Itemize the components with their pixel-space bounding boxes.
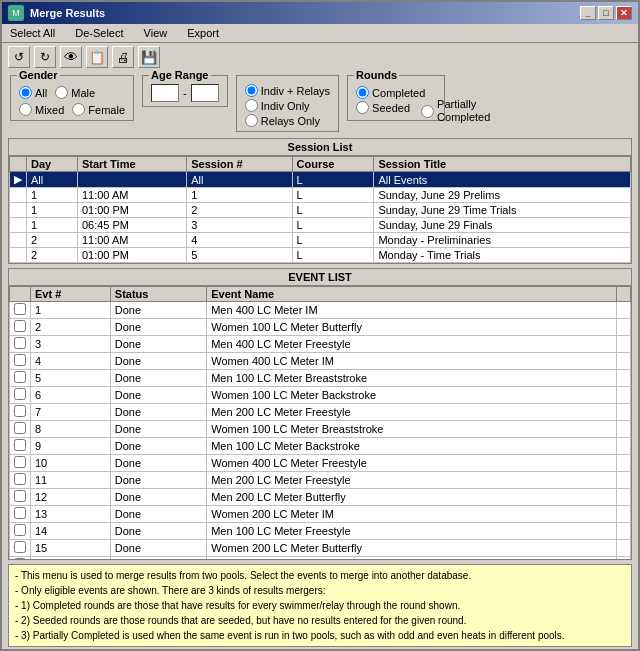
event-col-name[interactable]: Event Name bbox=[207, 287, 617, 302]
event-checkbox[interactable] bbox=[14, 473, 26, 485]
event-row[interactable]: 5 Done Men 100 LC Meter Breaststroke bbox=[10, 370, 631, 387]
session-col-day[interactable]: Day bbox=[27, 157, 78, 172]
session-row[interactable]: 1 06:45 PM 3 L Sunday, June 29 Finals bbox=[10, 218, 631, 233]
event-checkbox[interactable] bbox=[14, 422, 26, 434]
redo-button[interactable]: ↻ bbox=[34, 46, 56, 68]
event-row[interactable]: 7 Done Men 200 LC Meter Freestyle bbox=[10, 404, 631, 421]
session-row[interactable]: 2 11:00 AM 4 L Monday - Preliminaries bbox=[10, 233, 631, 248]
event-checkbox-cell[interactable] bbox=[10, 540, 31, 557]
event-checkbox[interactable] bbox=[14, 439, 26, 451]
gender-all[interactable]: All bbox=[19, 86, 47, 99]
session-table: Day Start Time Session # Course Session … bbox=[9, 156, 631, 263]
maximize-button[interactable]: □ bbox=[598, 6, 614, 20]
rounds-partially-completed[interactable]: Partially Completed bbox=[421, 98, 511, 124]
event-checkbox-cell[interactable] bbox=[10, 336, 31, 353]
gender-female[interactable]: Female bbox=[72, 103, 125, 116]
close-button[interactable]: ✕ bbox=[616, 6, 632, 20]
event-checkbox-cell[interactable] bbox=[10, 455, 31, 472]
menu-view[interactable]: View bbox=[140, 26, 172, 40]
session-start-time bbox=[77, 172, 186, 188]
event-checkbox-cell[interactable] bbox=[10, 404, 31, 421]
session-day: 1 bbox=[27, 188, 78, 203]
age-min-input[interactable] bbox=[151, 84, 179, 102]
event-spacer bbox=[617, 353, 631, 370]
session-col-session[interactable]: Session # bbox=[187, 157, 292, 172]
relay-indiv-relays[interactable]: Indiv + Relays bbox=[245, 84, 330, 97]
relay-relays-only[interactable]: Relays Only bbox=[245, 114, 320, 127]
menu-de-select[interactable]: De-Select bbox=[71, 26, 127, 40]
gender-mixed[interactable]: Mixed bbox=[19, 103, 64, 116]
event-checkbox[interactable] bbox=[14, 456, 26, 468]
event-checkbox-cell[interactable] bbox=[10, 472, 31, 489]
event-table-container[interactable]: Evt # Status Event Name 1 Done Men 400 L… bbox=[9, 286, 631, 559]
event-row[interactable]: 16 Done Men 200 LC Meter Breaststroke bbox=[10, 557, 631, 560]
event-row[interactable]: 13 Done Women 200 LC Meter IM bbox=[10, 506, 631, 523]
event-checkbox[interactable] bbox=[14, 507, 26, 519]
event-checkbox-cell[interactable] bbox=[10, 370, 31, 387]
event-checkbox[interactable] bbox=[14, 320, 26, 332]
session-list-section: Session List Day Start Time Session # Co… bbox=[8, 138, 632, 264]
gender-male[interactable]: Male bbox=[55, 86, 95, 99]
event-checkbox-cell[interactable] bbox=[10, 489, 31, 506]
rounds-seeded[interactable]: Seeded bbox=[356, 101, 410, 114]
age-max-input[interactable] bbox=[191, 84, 219, 102]
eye-button[interactable]: 👁 bbox=[60, 46, 82, 68]
row-arrow bbox=[10, 203, 27, 218]
menu-export[interactable]: Export bbox=[183, 26, 223, 40]
session-table-container[interactable]: Day Start Time Session # Course Session … bbox=[9, 156, 631, 263]
session-col-title[interactable]: Session Title bbox=[374, 157, 631, 172]
event-row[interactable]: 8 Done Women 100 LC Meter Breaststroke bbox=[10, 421, 631, 438]
relay-options-group: Indiv + Relays Indiv Only Relays Only bbox=[236, 75, 339, 132]
event-row[interactable]: 3 Done Men 400 LC Meter Freestyle bbox=[10, 336, 631, 353]
event-checkbox-cell[interactable] bbox=[10, 421, 31, 438]
event-checkbox-cell[interactable] bbox=[10, 557, 31, 560]
event-status: Done bbox=[110, 387, 206, 404]
session-row[interactable]: ▶ All All L All Events bbox=[10, 172, 631, 188]
print-button[interactable]: 🖨 bbox=[112, 46, 134, 68]
event-row[interactable]: 15 Done Women 200 LC Meter Butterfly bbox=[10, 540, 631, 557]
event-checkbox[interactable] bbox=[14, 303, 26, 315]
session-row[interactable]: 1 11:00 AM 1 L Sunday, June 29 Prelims bbox=[10, 188, 631, 203]
event-row[interactable]: 4 Done Women 400 LC Meter IM bbox=[10, 353, 631, 370]
event-row[interactable]: 14 Done Men 100 LC Meter Freestyle bbox=[10, 523, 631, 540]
menu-select-all[interactable]: Select All bbox=[6, 26, 59, 40]
event-checkbox[interactable] bbox=[14, 558, 26, 559]
event-checkbox[interactable] bbox=[14, 354, 26, 366]
event-row[interactable]: 1 Done Men 400 LC Meter IM bbox=[10, 302, 631, 319]
event-row[interactable]: 6 Done Women 100 LC Meter Backstroke bbox=[10, 387, 631, 404]
clipboard-button[interactable]: 📋 bbox=[86, 46, 108, 68]
event-checkbox-cell[interactable] bbox=[10, 319, 31, 336]
event-checkbox[interactable] bbox=[14, 524, 26, 536]
event-row[interactable]: 10 Done Women 400 LC Meter Freestyle bbox=[10, 455, 631, 472]
event-name: Women 200 LC Meter IM bbox=[207, 506, 617, 523]
event-checkbox-cell[interactable] bbox=[10, 302, 31, 319]
event-checkbox-cell[interactable] bbox=[10, 438, 31, 455]
event-checkbox[interactable] bbox=[14, 490, 26, 502]
minimize-button[interactable]: _ bbox=[580, 6, 596, 20]
event-row[interactable]: 11 Done Men 200 LC Meter Freestyle bbox=[10, 472, 631, 489]
relay-indiv-only[interactable]: Indiv Only bbox=[245, 99, 310, 112]
session-row[interactable]: 2 01:00 PM 5 L Monday - Time Trials bbox=[10, 248, 631, 263]
event-number: 4 bbox=[31, 353, 111, 370]
event-checkbox[interactable] bbox=[14, 405, 26, 417]
undo-button[interactable]: ↺ bbox=[8, 46, 30, 68]
event-checkbox[interactable] bbox=[14, 541, 26, 553]
event-checkbox[interactable] bbox=[14, 337, 26, 349]
event-row[interactable]: 2 Done Women 100 LC Meter Butterfly bbox=[10, 319, 631, 336]
event-checkbox[interactable] bbox=[14, 388, 26, 400]
rounds-group: Rounds Completed Seeded Partially Comple… bbox=[347, 75, 445, 121]
event-checkbox-cell[interactable] bbox=[10, 353, 31, 370]
event-col-status[interactable]: Status bbox=[110, 287, 206, 302]
save-button[interactable]: 💾 bbox=[138, 46, 160, 68]
event-checkbox-cell[interactable] bbox=[10, 506, 31, 523]
session-col-course[interactable]: Course bbox=[292, 157, 374, 172]
event-col-num[interactable]: Evt # bbox=[31, 287, 111, 302]
session-row[interactable]: 1 01:00 PM 2 L Sunday, June 29 Time Tria… bbox=[10, 203, 631, 218]
info-line: - 2) Seeded rounds are those rounds that… bbox=[15, 613, 625, 628]
event-row[interactable]: 9 Done Men 100 LC Meter Backstroke bbox=[10, 438, 631, 455]
event-checkbox-cell[interactable] bbox=[10, 523, 31, 540]
event-checkbox-cell[interactable] bbox=[10, 387, 31, 404]
event-checkbox[interactable] bbox=[14, 371, 26, 383]
session-col-start[interactable]: Start Time bbox=[77, 157, 186, 172]
event-row[interactable]: 12 Done Men 200 LC Meter Butterfly bbox=[10, 489, 631, 506]
